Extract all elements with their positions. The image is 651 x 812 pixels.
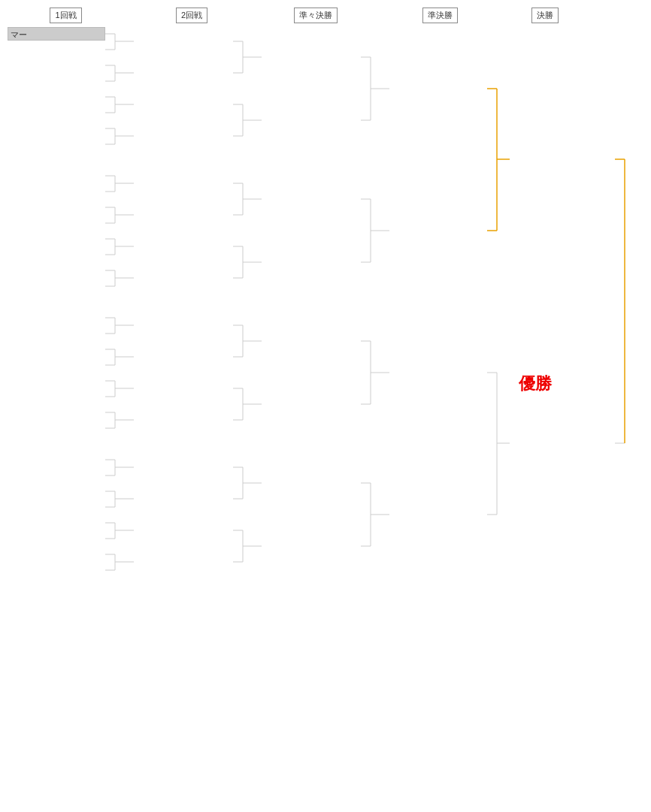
headers-row: 1回戦 2回戦 準々決勝 準決勝 決勝 bbox=[8, 8, 651, 23]
bracket-layout: 界座道化 2 和 0 イワ 0 ジョひこ 2 へるにあ 2 アキフミ 1 らげ … bbox=[8, 27, 651, 793]
r5-p2: マー bbox=[8, 27, 105, 41]
bracket-lines bbox=[8, 27, 651, 793]
header-r4: 準決勝 bbox=[422, 8, 458, 23]
bracket-container: 1回戦 2回戦 準々決勝 準決勝 決勝 bbox=[0, 0, 651, 801]
yusho-label: 優勝 bbox=[519, 373, 552, 395]
header-r1: 1回戦 bbox=[50, 8, 81, 23]
header-r2: 2回戦 bbox=[176, 8, 207, 23]
header-r5: 決勝 bbox=[531, 8, 559, 23]
header-r3: 準々決勝 bbox=[294, 8, 338, 23]
